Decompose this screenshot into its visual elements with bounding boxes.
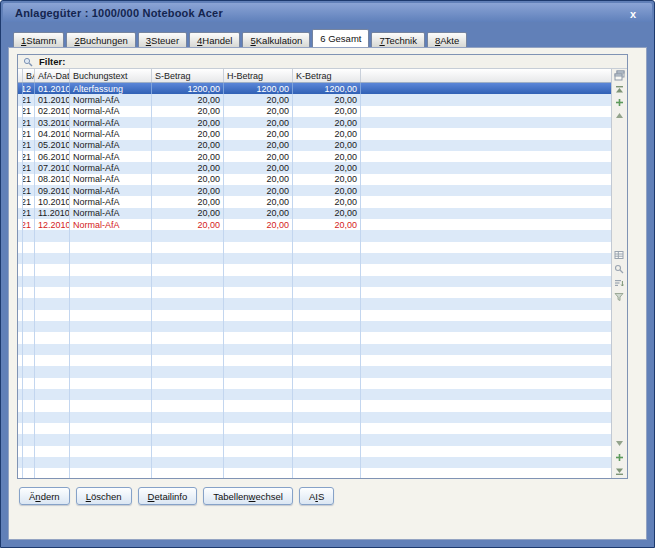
cell-h: [224, 423, 293, 434]
cell-ba: 21: [23, 94, 35, 105]
table-row-empty[interactable]: [18, 389, 611, 400]
cell-h: [224, 355, 293, 366]
table-row[interactable]: 2111.2010Normal-AfA20,0020,0020,00: [18, 208, 611, 219]
cell-h: [224, 321, 293, 332]
column-header-k[interactable]: K-Betrag: [293, 69, 361, 82]
add-icon[interactable]: [613, 96, 625, 108]
cell-s: [152, 423, 224, 434]
cell-text: Normal-AfA: [70, 174, 152, 185]
tab-3-steuer[interactable]: 3 Steuer: [138, 32, 187, 47]
table-row-empty[interactable]: [18, 298, 611, 309]
column-header-date[interactable]: AfA-Dat: [35, 69, 70, 82]
table-row-empty[interactable]: [18, 321, 611, 332]
ais-button[interactable]: AIS: [299, 487, 334, 505]
table-row-empty[interactable]: [18, 446, 611, 457]
cell-filler: [361, 106, 611, 117]
table-row-empty[interactable]: [18, 344, 611, 355]
column-chooser-icon[interactable]: [613, 69, 625, 81]
table-row-empty[interactable]: [18, 310, 611, 321]
table-row-empty[interactable]: [18, 264, 611, 275]
filter-bar[interactable]: Filter:: [18, 55, 627, 69]
table-row[interactable]: 2105.2010Normal-AfA20,0020,0020,00: [18, 140, 611, 151]
table-row-empty[interactable]: [18, 276, 611, 287]
table-row-empty[interactable]: [18, 366, 611, 377]
scroll-up-icon[interactable]: [613, 109, 625, 121]
table-row[interactable]: 2112.2010Normal-AfA20,0020,0020,00: [18, 219, 611, 230]
column-header-ba[interactable]: BA: [23, 69, 35, 82]
table-row[interactable]: 2110.2010Normal-AfA20,0020,0020,00: [18, 196, 611, 207]
cell-date: [35, 457, 70, 468]
magnifier-icon[interactable]: [23, 57, 33, 67]
table-row[interactable]: 2102.2010Normal-AfA20,0020,0020,00: [18, 106, 611, 117]
table-row[interactable]: 2107.2010Normal-AfA20,0020,0020,00: [18, 162, 611, 173]
table-row-empty[interactable]: [18, 423, 611, 434]
cell-text: Normal-AfA: [70, 106, 152, 117]
tab-6-gesamt[interactable]: 6 Gesamt: [312, 29, 369, 47]
table-row[interactable]: 2106.2010Normal-AfA20,0020,0020,00: [18, 151, 611, 162]
detailinfo-button[interactable]: Detailinfo: [138, 487, 198, 505]
tab-5-kalkulation[interactable]: 5 Kalkulation: [242, 32, 310, 47]
table-row-empty[interactable]: [18, 378, 611, 389]
table-row-empty[interactable]: [18, 400, 611, 411]
filter-funnel-icon[interactable]: [613, 291, 625, 303]
sort-icon[interactable]: [613, 277, 625, 289]
cell-s: 20,00: [152, 208, 224, 219]
scroll-bottom-icon[interactable]: [613, 465, 625, 477]
cell-s: 20,00: [152, 94, 224, 105]
table-row-empty[interactable]: [18, 332, 611, 343]
table-row-empty[interactable]: [18, 434, 611, 445]
cell-k: [293, 468, 361, 478]
cell-text: [70, 321, 152, 332]
table-row[interactable]: 2103.2010Normal-AfA20,0020,0020,00: [18, 117, 611, 128]
table-row-empty[interactable]: [18, 468, 611, 478]
cell-k: [293, 253, 361, 264]
add-icon[interactable]: [613, 451, 625, 463]
cell-filler: [361, 366, 611, 377]
scroll-down-icon[interactable]: [613, 437, 625, 449]
cell-date: [35, 468, 70, 478]
column-header-text[interactable]: Buchungstext: [70, 69, 152, 82]
cell-s: [152, 276, 224, 287]
search-icon[interactable]: [613, 263, 625, 275]
column-header-h[interactable]: H-Betrag: [224, 69, 293, 82]
table-row-empty[interactable]: [18, 230, 611, 241]
close-icon[interactable]: x: [626, 7, 640, 21]
tab-8-akte[interactable]: 8 Akte: [427, 32, 467, 47]
cell-date: 07.2010: [35, 162, 70, 173]
cell-ba: [23, 446, 35, 457]
cell-k: 20,00: [293, 196, 361, 207]
tab-4-handel[interactable]: 4 Handel: [189, 32, 240, 47]
löschen-button[interactable]: Löschen: [76, 487, 132, 505]
cell-date: [35, 276, 70, 287]
ändern-button[interactable]: Ändern: [19, 487, 70, 505]
table-row-empty[interactable]: [18, 253, 611, 264]
cell-text: [70, 412, 152, 423]
table-row[interactable]: 2108.2010Normal-AfA20,0020,0020,00: [18, 174, 611, 185]
cell-h: 20,00: [224, 162, 293, 173]
table-row[interactable]: 2104.2010Normal-AfA20,0020,0020,00: [18, 128, 611, 139]
table-row[interactable]: 2109.2010Normal-AfA20,0020,0020,00: [18, 185, 611, 196]
cell-text: [70, 276, 152, 287]
tabellenwechsel-button[interactable]: Tabellenwechsel: [203, 487, 293, 505]
scroll-top-icon[interactable]: [613, 83, 625, 95]
tab-7-technik[interactable]: 7 Technik: [371, 32, 425, 47]
column-header-filler: [361, 69, 611, 82]
cell-date: 09.2010: [35, 185, 70, 196]
tab-1-stamm[interactable]: 1 Stamm: [13, 32, 64, 47]
cell-ba: 21: [23, 219, 35, 230]
table-row-empty[interactable]: [18, 412, 611, 423]
table-row-empty[interactable]: [18, 457, 611, 468]
table-row-empty[interactable]: [18, 355, 611, 366]
cell-k: 20,00: [293, 117, 361, 128]
cell-text: Normal-AfA: [70, 196, 152, 207]
cell-filler: [361, 321, 611, 332]
table-row[interactable]: 2101.2010Normal-AfA20,0020,0020,00: [18, 94, 611, 105]
cell-text: Normal-AfA: [70, 219, 152, 230]
table-row[interactable]: 1201.2010Alterfassung1200,001200,001200,…: [18, 83, 611, 94]
cell-date: [35, 434, 70, 445]
table-row-empty[interactable]: [18, 287, 611, 298]
table-row-empty[interactable]: [18, 242, 611, 253]
tab-2-buchungen[interactable]: 2 Buchungen: [66, 32, 135, 47]
column-header-s[interactable]: S-Betrag: [152, 69, 224, 82]
grid-icon[interactable]: [613, 249, 625, 261]
